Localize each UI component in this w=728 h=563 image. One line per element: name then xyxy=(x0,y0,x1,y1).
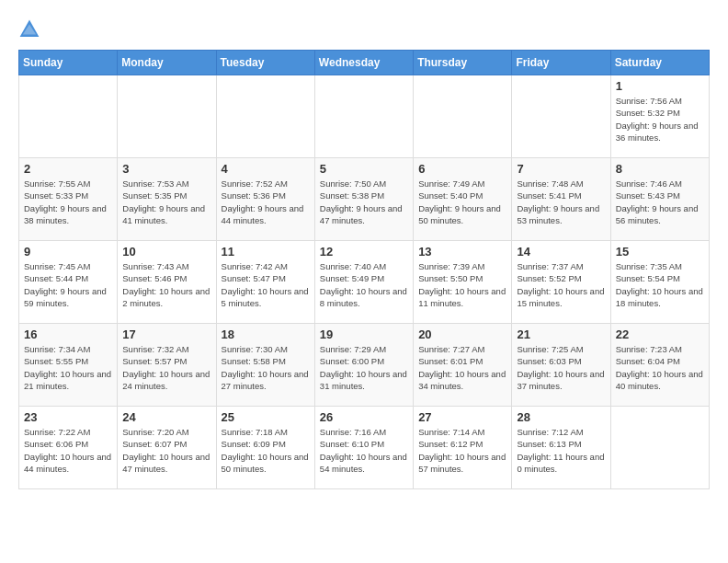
day-info: Sunrise: 7:37 AM Sunset: 5:52 PM Dayligh… xyxy=(517,260,605,309)
day-info: Sunrise: 7:14 AM Sunset: 6:12 PM Dayligh… xyxy=(418,426,506,475)
day-number: 27 xyxy=(418,410,506,424)
day-info: Sunrise: 7:43 AM Sunset: 5:46 PM Dayligh… xyxy=(122,260,210,309)
calendar-day-cell: 20Sunrise: 7:27 AM Sunset: 6:01 PM Dayli… xyxy=(414,324,512,407)
day-info: Sunrise: 7:18 AM Sunset: 6:09 PM Dayligh… xyxy=(222,426,310,475)
calendar-day-cell: 21Sunrise: 7:25 AM Sunset: 6:03 PM Dayli… xyxy=(512,324,610,407)
calendar-day-cell: 12Sunrise: 7:40 AM Sunset: 5:49 PM Dayli… xyxy=(314,241,413,324)
day-info: Sunrise: 7:22 AM Sunset: 6:06 PM Dayligh… xyxy=(24,426,112,475)
calendar-day-cell xyxy=(118,75,216,158)
day-number: 7 xyxy=(517,162,605,176)
day-number: 11 xyxy=(222,245,310,259)
day-info: Sunrise: 7:34 AM Sunset: 5:55 PM Dayligh… xyxy=(24,343,112,392)
day-number: 12 xyxy=(320,245,408,259)
calendar-day-cell: 22Sunrise: 7:23 AM Sunset: 6:04 PM Dayli… xyxy=(610,324,709,407)
calendar-day-cell: 9Sunrise: 7:45 AM Sunset: 5:44 PM Daylig… xyxy=(19,241,118,324)
day-number: 6 xyxy=(418,162,506,176)
calendar-day-cell: 25Sunrise: 7:18 AM Sunset: 6:09 PM Dayli… xyxy=(216,407,314,489)
calendar-day-cell xyxy=(512,75,610,158)
logo-icon xyxy=(18,18,40,40)
day-number: 10 xyxy=(122,245,210,259)
calendar-day-cell: 7Sunrise: 7:48 AM Sunset: 5:41 PM Daylig… xyxy=(512,158,610,241)
day-info: Sunrise: 7:48 AM Sunset: 5:41 PM Dayligh… xyxy=(517,178,605,226)
calendar-day-cell: 17Sunrise: 7:32 AM Sunset: 5:57 PM Dayli… xyxy=(118,324,216,407)
calendar-day-cell: 5Sunrise: 7:50 AM Sunset: 5:38 PM Daylig… xyxy=(314,158,413,241)
header-day-thursday: Thursday xyxy=(414,51,512,75)
calendar-day-cell: 24Sunrise: 7:20 AM Sunset: 6:07 PM Dayli… xyxy=(118,407,216,489)
calendar-day-cell: 4Sunrise: 7:52 AM Sunset: 5:36 PM Daylig… xyxy=(216,158,314,241)
calendar-day-cell xyxy=(314,75,413,158)
calendar-week-row: 9Sunrise: 7:45 AM Sunset: 5:44 PM Daylig… xyxy=(19,241,710,324)
day-info: Sunrise: 7:12 AM Sunset: 6:13 PM Dayligh… xyxy=(517,426,605,475)
calendar-header-row: SundayMondayTuesdayWednesdayThursdayFrid… xyxy=(19,51,710,75)
day-number: 4 xyxy=(222,162,310,176)
calendar-day-cell: 16Sunrise: 7:34 AM Sunset: 5:55 PM Dayli… xyxy=(19,324,118,407)
day-number: 24 xyxy=(122,410,210,424)
day-number: 28 xyxy=(517,410,605,424)
calendar-day-cell: 3Sunrise: 7:53 AM Sunset: 5:35 PM Daylig… xyxy=(118,158,216,241)
day-number: 26 xyxy=(320,410,408,424)
day-info: Sunrise: 7:50 AM Sunset: 5:38 PM Dayligh… xyxy=(320,178,408,226)
calendar-day-cell: 6Sunrise: 7:49 AM Sunset: 5:40 PM Daylig… xyxy=(414,158,512,241)
calendar-day-cell: 27Sunrise: 7:14 AM Sunset: 6:12 PM Dayli… xyxy=(414,407,512,489)
calendar-day-cell: 19Sunrise: 7:29 AM Sunset: 6:00 PM Dayli… xyxy=(314,324,413,407)
day-number: 19 xyxy=(320,327,408,341)
day-number: 1 xyxy=(616,79,704,93)
calendar-day-cell: 8Sunrise: 7:46 AM Sunset: 5:43 PM Daylig… xyxy=(610,158,709,241)
day-number: 2 xyxy=(24,162,112,176)
day-info: Sunrise: 7:42 AM Sunset: 5:47 PM Dayligh… xyxy=(222,260,310,309)
day-info: Sunrise: 7:56 AM Sunset: 5:32 PM Dayligh… xyxy=(616,95,704,144)
day-number: 14 xyxy=(517,245,605,259)
calendar-day-cell xyxy=(19,75,118,158)
day-info: Sunrise: 7:35 AM Sunset: 5:54 PM Dayligh… xyxy=(616,260,704,309)
day-number: 25 xyxy=(222,410,310,424)
day-number: 21 xyxy=(517,327,605,341)
day-info: Sunrise: 7:55 AM Sunset: 5:33 PM Dayligh… xyxy=(24,178,112,226)
calendar-week-row: 2Sunrise: 7:55 AM Sunset: 5:33 PM Daylig… xyxy=(19,158,710,241)
day-info: Sunrise: 7:52 AM Sunset: 5:36 PM Dayligh… xyxy=(222,178,310,226)
day-info: Sunrise: 7:53 AM Sunset: 5:35 PM Dayligh… xyxy=(122,178,210,226)
calendar-day-cell: 2Sunrise: 7:55 AM Sunset: 5:33 PM Daylig… xyxy=(19,158,118,241)
day-info: Sunrise: 7:30 AM Sunset: 5:58 PM Dayligh… xyxy=(222,343,310,392)
day-number: 3 xyxy=(122,162,210,176)
header-day-sunday: Sunday xyxy=(19,51,118,75)
day-number: 17 xyxy=(122,327,210,341)
calendar-day-cell: 11Sunrise: 7:42 AM Sunset: 5:47 PM Dayli… xyxy=(216,241,314,324)
day-info: Sunrise: 7:29 AM Sunset: 6:00 PM Dayligh… xyxy=(320,343,408,392)
calendar-day-cell: 13Sunrise: 7:39 AM Sunset: 5:50 PM Dayli… xyxy=(414,241,512,324)
day-number: 15 xyxy=(616,245,704,259)
day-info: Sunrise: 7:46 AM Sunset: 5:43 PM Dayligh… xyxy=(616,178,704,226)
day-info: Sunrise: 7:32 AM Sunset: 5:57 PM Dayligh… xyxy=(122,343,210,392)
day-info: Sunrise: 7:27 AM Sunset: 6:01 PM Dayligh… xyxy=(418,343,506,392)
calendar-day-cell xyxy=(610,407,709,489)
calendar-day-cell: 15Sunrise: 7:35 AM Sunset: 5:54 PM Dayli… xyxy=(610,241,709,324)
calendar-day-cell: 26Sunrise: 7:16 AM Sunset: 6:10 PM Dayli… xyxy=(314,407,413,489)
day-number: 23 xyxy=(24,410,112,424)
calendar-week-row: 16Sunrise: 7:34 AM Sunset: 5:55 PM Dayli… xyxy=(19,324,710,407)
day-number: 13 xyxy=(418,245,506,259)
day-number: 18 xyxy=(222,327,310,341)
day-number: 22 xyxy=(616,327,704,341)
day-number: 9 xyxy=(24,245,112,259)
day-info: Sunrise: 7:20 AM Sunset: 6:07 PM Dayligh… xyxy=(122,426,210,475)
header-day-monday: Monday xyxy=(118,51,216,75)
calendar-week-row: 23Sunrise: 7:22 AM Sunset: 6:06 PM Dayli… xyxy=(19,407,710,489)
calendar-day-cell: 14Sunrise: 7:37 AM Sunset: 5:52 PM Dayli… xyxy=(512,241,610,324)
header-day-tuesday: Tuesday xyxy=(216,51,314,75)
day-info: Sunrise: 7:40 AM Sunset: 5:49 PM Dayligh… xyxy=(320,260,408,309)
header-day-friday: Friday xyxy=(512,51,610,75)
day-info: Sunrise: 7:49 AM Sunset: 5:40 PM Dayligh… xyxy=(418,178,506,226)
day-number: 16 xyxy=(24,327,112,341)
calendar-day-cell: 18Sunrise: 7:30 AM Sunset: 5:58 PM Dayli… xyxy=(216,324,314,407)
day-number: 20 xyxy=(418,327,506,341)
calendar-day-cell: 10Sunrise: 7:43 AM Sunset: 5:46 PM Dayli… xyxy=(118,241,216,324)
calendar-table: SundayMondayTuesdayWednesdayThursdayFrid… xyxy=(18,50,710,489)
day-number: 5 xyxy=(320,162,408,176)
header-day-saturday: Saturday xyxy=(610,51,709,75)
calendar-day-cell: 28Sunrise: 7:12 AM Sunset: 6:13 PM Dayli… xyxy=(512,407,610,489)
calendar-header xyxy=(18,18,710,40)
day-number: 8 xyxy=(616,162,704,176)
day-info: Sunrise: 7:16 AM Sunset: 6:10 PM Dayligh… xyxy=(320,426,408,475)
calendar-week-row: 1Sunrise: 7:56 AM Sunset: 5:32 PM Daylig… xyxy=(19,75,710,158)
day-info: Sunrise: 7:39 AM Sunset: 5:50 PM Dayligh… xyxy=(418,260,506,309)
calendar-day-cell xyxy=(216,75,314,158)
